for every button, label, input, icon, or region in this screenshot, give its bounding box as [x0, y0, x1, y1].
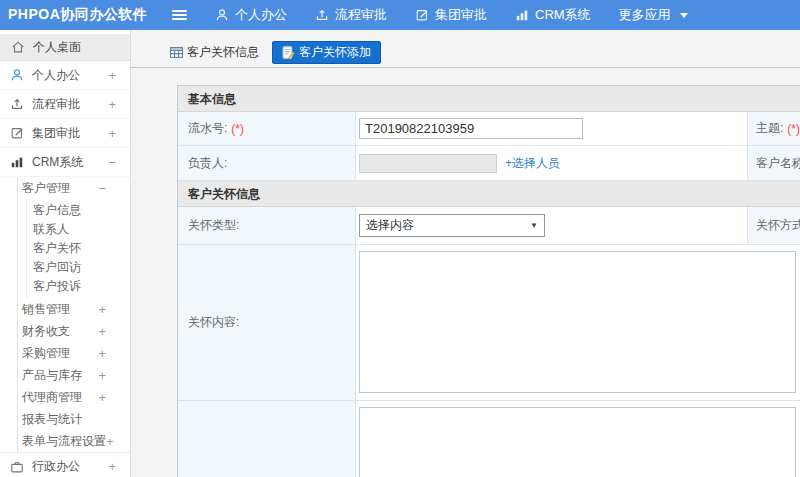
sidebar-item-purchase[interactable]: 采购管理 + [18, 342, 130, 364]
edit-square-icon [10, 126, 24, 140]
brand-title: PHPOA协同办公软件 [0, 6, 158, 24]
table-icon [170, 46, 183, 59]
sidebar-item-customer-care[interactable]: 客户关怀 [27, 239, 130, 258]
required-mark: (*) [787, 122, 800, 136]
sidebar-item-customer-visit[interactable]: 客户回访 [27, 258, 130, 277]
care-content-label: 关怀内容: [178, 245, 356, 400]
upload-icon [10, 97, 24, 111]
caret-down-icon [680, 13, 688, 18]
main-content: 客户关怀信息 客户关怀添加 基本信息 流水号:(*) 主题:(*) [131, 30, 800, 477]
user-icon [215, 8, 229, 22]
select-arrow-icon: ▼ [530, 221, 538, 230]
form-add-icon [282, 46, 295, 59]
sidebar-item-agent-mgmt[interactable]: 代理商管理 + [18, 386, 130, 408]
app-window: PHPOA协同办公软件 个人办公 流程审批 集团审批 CRM系统 更多应用 [0, 0, 800, 477]
care-content-textarea[interactable] [359, 251, 796, 393]
menu-item-process-approval[interactable]: 流程审批 [315, 6, 387, 24]
sidebar-item-group-approval[interactable]: 集团审批 + [0, 119, 130, 148]
sidebar-item-form-flow-settings[interactable]: 表单与流程设置 + [18, 430, 130, 452]
care-extra-label [178, 401, 356, 477]
owner-input[interactable] [359, 154, 497, 173]
crm-submenu: 客户管理 − 客户信息 联系人 客户关怀 客户回访 客户投诉 销售管理 + 财务… [17, 177, 130, 452]
sidebar-item-process-approval[interactable]: 流程审批 + [0, 90, 130, 119]
briefcase-icon [10, 460, 24, 474]
expand-toggle[interactable]: + [98, 324, 106, 339]
expand-toggle[interactable]: + [108, 68, 116, 83]
collapse-toggle[interactable]: − [98, 181, 106, 196]
care-method-label: 关怀方式: [748, 207, 800, 244]
main-menu: 个人办公 流程审批 集团审批 CRM系统 更多应用 [215, 6, 688, 24]
expand-toggle[interactable]: + [98, 302, 106, 317]
menu-item-group-approval[interactable]: 集团审批 [415, 6, 487, 24]
expand-toggle[interactable]: + [98, 346, 106, 361]
sidebar-item-admin-office[interactable]: 行政办公 + [0, 452, 130, 477]
tab-customer-care-add[interactable]: 客户关怀添加 [272, 41, 381, 64]
bar-chart-icon [10, 155, 24, 169]
owner-label: 负责人: [178, 146, 356, 180]
section-header-basic-info: 基本信息 [178, 86, 800, 112]
sidebar-item-finance[interactable]: 财务收支 + [18, 320, 130, 342]
section-header-care-info: 客户关怀信息 [178, 181, 800, 207]
sidebar-item-crm[interactable]: CRM系统 − [0, 148, 130, 177]
care-add-form: 基本信息 流水号:(*) 主题:(*) 负责人: +选择人员 [177, 85, 800, 477]
menu-item-more-apps[interactable]: 更多应用 [619, 6, 688, 24]
menu-item-personal-office[interactable]: 个人办公 [215, 6, 287, 24]
owner-row: 负责人: +选择人员 客户名称:( [178, 146, 800, 181]
required-mark: (*) [231, 122, 244, 136]
customer-mgmt-submenu: 客户信息 联系人 客户关怀 客户回访 客户投诉 [26, 199, 130, 298]
sidebar-item-customer-info[interactable]: 客户信息 [27, 201, 130, 220]
sidebar-item-personal-office[interactable]: 个人办公 + [0, 61, 130, 90]
expand-toggle[interactable]: + [108, 97, 116, 112]
choose-person-link[interactable]: +选择人员 [505, 155, 560, 172]
menu-icon[interactable] [168, 4, 191, 26]
sidebar: 个人桌面 个人办公 + 流程审批 + 集团审批 + CRM系统 − 客户管理 − [0, 30, 131, 477]
care-type-row: 关怀类型: 选择内容 ▼ 关怀方式: [178, 207, 800, 245]
care-content-row: 关怀内容: [178, 245, 800, 401]
bar-chart-icon [515, 8, 529, 22]
serial-input[interactable] [359, 118, 583, 139]
tab-bar: 客户关怀信息 客户关怀添加 [131, 30, 800, 68]
user-icon [10, 68, 24, 82]
sidebar-item-product-inventory[interactable]: 产品与库存 + [18, 364, 130, 386]
subject-label: 主题:(*) [748, 112, 800, 145]
menu-item-crm[interactable]: CRM系统 [515, 6, 591, 24]
care-extra-textarea[interactable] [359, 407, 796, 477]
care-type-select[interactable]: 选择内容 ▼ [359, 214, 545, 237]
expand-toggle[interactable]: + [108, 459, 116, 474]
sidebar-item-desktop[interactable]: 个人桌面 [0, 34, 130, 61]
serial-row: 流水号:(*) 主题:(*) [178, 112, 800, 146]
upload-icon [315, 8, 329, 22]
customer-name-label: 客户名称:( [748, 146, 800, 180]
edit-square-icon [415, 8, 429, 22]
expand-toggle[interactable]: + [98, 390, 106, 405]
expand-toggle[interactable]: + [106, 434, 114, 449]
serial-label: 流水号:(*) [178, 112, 356, 145]
home-icon [11, 40, 25, 54]
sidebar-item-contacts[interactable]: 联系人 [27, 220, 130, 239]
tab-customer-care-list[interactable]: 客户关怀信息 [164, 41, 265, 64]
sidebar-item-customer-complaint[interactable]: 客户投诉 [27, 277, 130, 296]
sidebar-item-reports[interactable]: 报表与统计 [18, 408, 130, 430]
care-extra-row [178, 401, 800, 477]
expand-toggle[interactable]: + [108, 126, 116, 141]
care-type-label: 关怀类型: [178, 207, 356, 244]
collapse-toggle[interactable]: − [108, 155, 116, 170]
sidebar-item-sales-mgmt[interactable]: 销售管理 + [18, 298, 130, 320]
top-navbar: PHPOA协同办公软件 个人办公 流程审批 集团审批 CRM系统 更多应用 [0, 0, 800, 30]
sidebar-item-customer-mgmt[interactable]: 客户管理 − [18, 177, 130, 199]
expand-toggle[interactable]: + [98, 368, 106, 383]
